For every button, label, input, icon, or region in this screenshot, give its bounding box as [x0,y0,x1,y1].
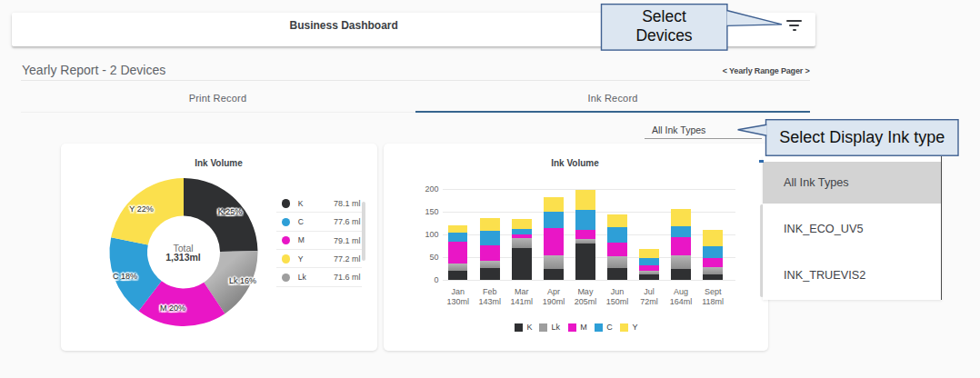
svg-text:Select Display Ink type: Select Display Ink type [779,128,945,146]
